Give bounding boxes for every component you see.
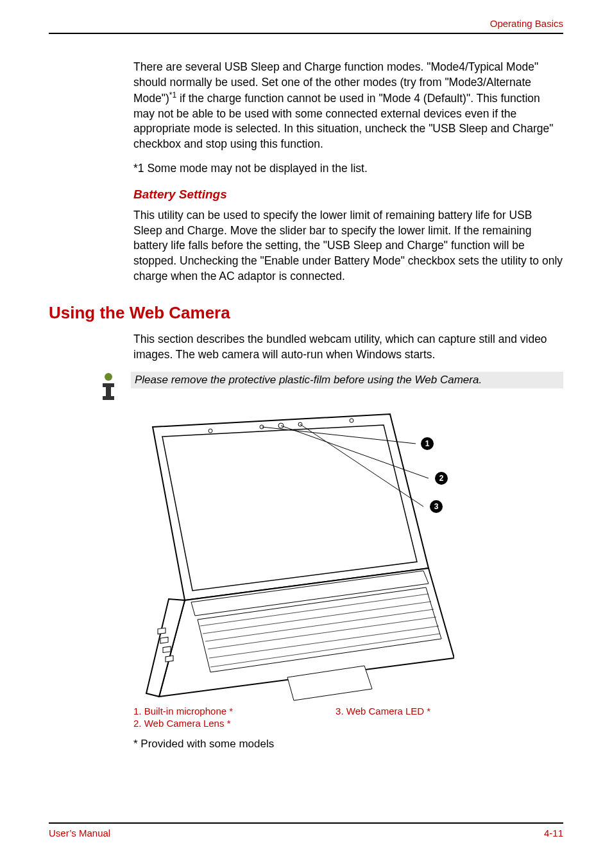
legend-item-3: 3. Web Camera LED *	[336, 706, 430, 716]
callout-3-icon: 3	[430, 500, 443, 513]
svg-rect-20	[163, 646, 171, 652]
svg-rect-3	[103, 396, 114, 400]
figure-legend: 1. Built-in microphone * 2. Web Camera L…	[133, 706, 563, 729]
paragraph-battery-settings: This utility can be used to specify the …	[133, 208, 563, 284]
p1-part-b: if the charge function cannot be used in…	[133, 92, 553, 150]
callout-2-icon: 2	[435, 472, 448, 485]
legend-item-2: 2. Web Camera Lens *	[133, 718, 233, 729]
info-icon	[96, 372, 121, 400]
header-section-title: Operating Basics	[49, 18, 563, 29]
footer-rule	[49, 822, 563, 824]
footer-left: User’s Manual	[49, 828, 110, 838]
laptop-svg	[133, 408, 454, 703]
svg-point-0	[105, 373, 112, 381]
callout-1-icon: 1	[421, 437, 434, 450]
page-footer: User’s Manual 4-11	[49, 822, 563, 838]
svg-rect-2	[106, 383, 111, 397]
legend-item-1: 1. Built-in microphone *	[133, 706, 233, 716]
subheading-battery-settings: Battery Settings	[133, 187, 563, 202]
svg-rect-19	[160, 637, 168, 643]
header-rule	[49, 33, 563, 34]
paragraph-usb-modes: There are several USB Sleep and Charge f…	[133, 60, 563, 152]
svg-rect-21	[166, 655, 173, 662]
p1-superscript: *1	[169, 91, 176, 100]
asterisk-note: * Provided with some models	[133, 738, 563, 751]
heading-web-camera: Using the Web Camera	[49, 303, 563, 323]
note-block: Please remove the protective plastic-fil…	[49, 372, 563, 400]
note-text: Please remove the protective plastic-fil…	[131, 372, 563, 388]
paragraph-footnote-1: *1 Some mode may not be displayed in the…	[133, 161, 563, 177]
laptop-illustration: 1 2 3	[133, 408, 454, 703]
paragraph-web-camera-intro: This section describes the bundled webca…	[133, 332, 563, 362]
svg-rect-18	[158, 628, 166, 634]
footer-page-number: 4-11	[544, 828, 563, 838]
